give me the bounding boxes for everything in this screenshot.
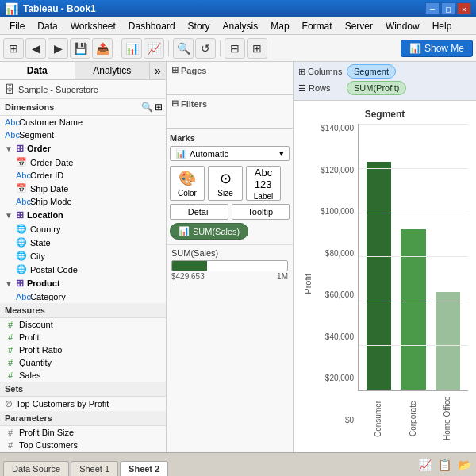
tab-icons: 📈 📋 📂 (416, 457, 473, 476)
hash-icon: # (5, 358, 16, 367)
menu-data[interactable]: Data (31, 19, 63, 33)
menu-help[interactable]: Help (426, 19, 459, 33)
toolbar-forward[interactable]: ▶ (48, 38, 68, 59)
bar-home-office[interactable] (436, 292, 460, 390)
menu-format[interactable]: Format (296, 19, 339, 33)
toolbar-export[interactable]: 📤 (92, 38, 113, 59)
tab-sheet2[interactable]: Sheet 2 (120, 461, 168, 476)
menu-worksheet[interactable]: Worksheet (64, 19, 122, 33)
toolbar-save[interactable]: 💾 (70, 38, 90, 59)
sum-sales-pill[interactable]: 📊 SUM(Sales) (170, 223, 248, 240)
param-top-customers[interactable]: # Top Customers (0, 439, 166, 451)
field-country[interactable]: 🌐 Country (11, 222, 166, 236)
sum-slider-label: SUM(Sales) (171, 248, 288, 258)
order-group-header[interactable]: ▼ ⊞ Order (0, 141, 166, 155)
columns-segment-pill[interactable]: Segment (347, 64, 396, 79)
toolbar-grid[interactable]: ⊟ (225, 38, 245, 59)
marks-type-dropdown[interactable]: 📊 Automatic ▾ (170, 146, 290, 161)
toolbar-chart[interactable]: 📈 (144, 38, 164, 59)
toolbar-back[interactable]: ◀ (25, 38, 46, 59)
menu-server[interactable]: Server (339, 19, 379, 33)
abc-icon: Abc (16, 197, 27, 206)
y-label-0: $140,000 (321, 124, 354, 132)
new-sheet-icon[interactable]: 📈 (416, 457, 433, 473)
calendar-icon: 📅 (16, 157, 27, 167)
tab-data[interactable]: Data (0, 62, 75, 79)
bar-corporate-rect[interactable] (401, 229, 425, 390)
tab-data-source[interactable]: Data Source (3, 461, 69, 476)
sum-slider-bar[interactable] (171, 260, 288, 271)
toolbar-refresh[interactable]: ↺ (195, 38, 216, 59)
bottom-tabs: Data Source Sheet 1 Sheet 2 📈 📋 📂 (0, 452, 476, 476)
param-profit-bin-size[interactable]: # Profit Bin Size (0, 426, 166, 439)
y-label-5: $40,000 (325, 332, 354, 341)
toolbar-view[interactable]: 📊 (121, 38, 142, 59)
menu-file[interactable]: File (3, 19, 31, 33)
marks-label: Marks (170, 133, 290, 143)
field-postal-code[interactable]: 🌐 Postal Code (11, 263, 166, 276)
minimize-button[interactable]: ─ (425, 2, 440, 15)
columns-shelf: ⊞ Columns Segment (298, 64, 471, 79)
marks-label-btn[interactable]: Abc123 Label (246, 166, 281, 201)
marks-detail-btn[interactable]: Detail (170, 204, 228, 220)
bars-area (358, 124, 468, 391)
menu-window[interactable]: Window (379, 19, 426, 33)
marks-tooltip-btn[interactable]: Tooltip (232, 204, 290, 220)
close-button[interactable]: ✕ (457, 2, 471, 15)
x-label-corporate: Corporate (401, 393, 426, 444)
tab-sheet1[interactable]: Sheet 1 (71, 461, 118, 476)
show-me-button[interactable]: 📊 Show Me (401, 40, 473, 57)
field-discount[interactable]: # Discount (0, 318, 166, 331)
field-city[interactable]: 🌐 City (11, 249, 166, 263)
bar-consumer[interactable] (367, 162, 391, 390)
menu-map[interactable]: Map (264, 19, 295, 33)
sum-sales-pill-container: 📊 SUM(Sales) (170, 223, 290, 240)
filters-shelf: ⊟ Filters (167, 95, 293, 129)
bar-corporate[interactable] (401, 229, 425, 390)
location-group-header[interactable]: ▼ ⊞ Location (0, 208, 166, 222)
toolbar-filter[interactable]: 🔍 (173, 38, 194, 59)
field-category[interactable]: Abc Category (11, 290, 166, 303)
field-ship-date[interactable]: 📅 Ship Date (11, 182, 166, 195)
new-story-icon[interactable]: 📂 (456, 457, 473, 473)
chart-inner: Consumer Corporate Home Office (358, 124, 468, 444)
data-source-item[interactable]: 🗄 Sample - Superstore (0, 80, 166, 99)
left-panel: Data Analytics » 🗄 Sample - Superstore D… (0, 62, 167, 452)
field-order-id[interactable]: Abc Order ID (11, 169, 166, 182)
toolbar-format[interactable]: ⊞ (247, 38, 267, 59)
sum-sales-icon: 📊 (178, 226, 190, 236)
menu-dashboard[interactable]: Dashboard (122, 19, 182, 33)
y-label-7: $0 (345, 416, 354, 424)
new-dashboard-icon[interactable]: 📋 (436, 457, 453, 473)
options-icon[interactable]: ⊞ (155, 102, 163, 113)
field-state[interactable]: 🌐 State (11, 236, 166, 249)
globe-icon: 🌐 (16, 264, 27, 274)
search-icon[interactable]: 🔍 (141, 102, 153, 113)
set-top-customers[interactable]: ⊚ Top Customers by Profit (0, 397, 166, 411)
bar-home-office-rect[interactable] (436, 292, 460, 390)
field-order-date[interactable]: 📅 Order Date (11, 155, 166, 169)
sum-range: $429,653 1M (171, 272, 288, 281)
marks-size-btn[interactable]: ⊙ Size (208, 166, 243, 201)
field-sales[interactable]: # Sales (0, 369, 166, 382)
hash-icon: # (5, 370, 16, 380)
field-quantity[interactable]: # Quantity (0, 356, 166, 369)
field-customer-name[interactable]: Abc Customer Name (0, 116, 166, 129)
toolbar-home[interactable]: ⊞ (3, 38, 24, 59)
marks-color-btn[interactable]: 🎨 Color (170, 166, 205, 201)
product-group-header[interactable]: ▼ ⊞ Product (0, 276, 166, 290)
y-axis-title-container: Profit (301, 124, 314, 444)
field-segment[interactable]: Abc Segment (0, 129, 166, 141)
menu-analysis[interactable]: Analysis (217, 19, 265, 33)
maximize-button[interactable]: □ (441, 2, 455, 15)
bar-consumer-rect[interactable] (367, 162, 391, 390)
tab-analytics[interactable]: Analytics (75, 62, 151, 79)
rows-profit-pill[interactable]: SUM(Profit) (347, 81, 406, 95)
field-profit[interactable]: # Profit (0, 331, 166, 344)
panel-expand-icon[interactable]: » (150, 62, 166, 79)
globe-icon: 🌐 (16, 224, 27, 234)
parameters-header: Parameters (0, 411, 166, 426)
menu-story[interactable]: Story (182, 19, 217, 33)
field-ship-mode[interactable]: Abc Ship Mode (11, 195, 166, 208)
field-profit-ratio[interactable]: # Profit Ratio (0, 344, 166, 356)
